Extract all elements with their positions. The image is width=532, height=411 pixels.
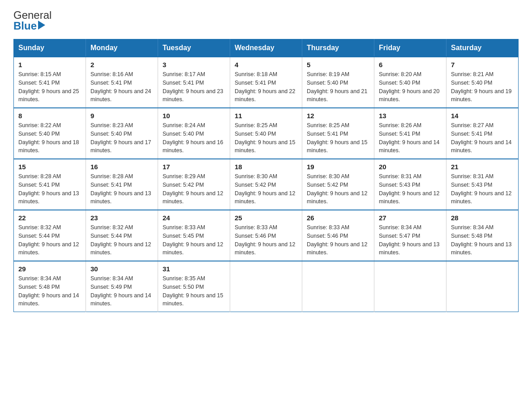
calendar-table: SundayMondayTuesdayWednesdayThursdayFrid… bbox=[13, 39, 519, 312]
day-info: Sunrise: 8:15 AM Sunset: 5:41 PM Dayligh… bbox=[18, 70, 81, 104]
day-number: 24 bbox=[163, 214, 225, 222]
calendar-cell: 12 Sunrise: 8:25 AM Sunset: 5:41 PM Dayl… bbox=[302, 108, 374, 159]
day-number: 26 bbox=[307, 214, 369, 222]
calendar-cell: 24 Sunrise: 8:33 AM Sunset: 5:45 PM Dayl… bbox=[158, 210, 230, 261]
day-number: 21 bbox=[451, 163, 514, 171]
day-number: 12 bbox=[307, 112, 369, 120]
day-info: Sunrise: 8:34 AM Sunset: 5:48 PM Dayligh… bbox=[451, 223, 514, 257]
day-info: Sunrise: 8:35 AM Sunset: 5:50 PM Dayligh… bbox=[163, 274, 225, 308]
day-info: Sunrise: 8:28 AM Sunset: 5:41 PM Dayligh… bbox=[18, 172, 81, 206]
day-number: 22 bbox=[18, 214, 81, 222]
day-number: 27 bbox=[379, 214, 442, 222]
day-number: 23 bbox=[90, 214, 153, 222]
week-row-2: 8 Sunrise: 8:22 AM Sunset: 5:40 PM Dayli… bbox=[14, 108, 519, 159]
day-info: Sunrise: 8:18 AM Sunset: 5:41 PM Dayligh… bbox=[235, 70, 297, 104]
day-info: Sunrise: 8:25 AM Sunset: 5:40 PM Dayligh… bbox=[235, 121, 297, 155]
day-number: 16 bbox=[90, 163, 153, 171]
week-row-4: 22 Sunrise: 8:32 AM Sunset: 5:44 PM Dayl… bbox=[14, 210, 519, 261]
calendar-cell: 29 Sunrise: 8:34 AM Sunset: 5:48 PM Dayl… bbox=[14, 261, 86, 312]
calendar-cell: 30 Sunrise: 8:34 AM Sunset: 5:49 PM Dayl… bbox=[86, 261, 158, 312]
day-number: 6 bbox=[379, 61, 442, 68]
calendar-cell: 2 Sunrise: 8:16 AM Sunset: 5:41 PM Dayli… bbox=[86, 57, 158, 108]
calendar-cell: 11 Sunrise: 8:25 AM Sunset: 5:40 PM Dayl… bbox=[230, 108, 302, 159]
calendar-cell: 19 Sunrise: 8:30 AM Sunset: 5:42 PM Dayl… bbox=[302, 159, 374, 210]
calendar-cell: 20 Sunrise: 8:31 AM Sunset: 5:43 PM Dayl… bbox=[374, 159, 446, 210]
day-info: Sunrise: 8:33 AM Sunset: 5:46 PM Dayligh… bbox=[307, 223, 369, 257]
day-number: 31 bbox=[163, 265, 225, 273]
day-info: Sunrise: 8:29 AM Sunset: 5:42 PM Dayligh… bbox=[163, 172, 225, 206]
day-number: 30 bbox=[90, 265, 153, 273]
day-info: Sunrise: 8:24 AM Sunset: 5:40 PM Dayligh… bbox=[163, 121, 225, 155]
day-info: Sunrise: 8:26 AM Sunset: 5:41 PM Dayligh… bbox=[379, 121, 442, 155]
day-info: Sunrise: 8:34 AM Sunset: 5:48 PM Dayligh… bbox=[18, 274, 81, 308]
calendar-cell: 25 Sunrise: 8:33 AM Sunset: 5:46 PM Dayl… bbox=[230, 210, 302, 261]
calendar-cell: 8 Sunrise: 8:22 AM Sunset: 5:40 PM Dayli… bbox=[14, 108, 86, 159]
weekday-header-row: SundayMondayTuesdayWednesdayThursdayFrid… bbox=[14, 39, 519, 57]
calendar-cell: 10 Sunrise: 8:24 AM Sunset: 5:40 PM Dayl… bbox=[158, 108, 230, 159]
day-number: 28 bbox=[451, 214, 514, 222]
calendar-cell bbox=[230, 261, 302, 312]
weekday-friday: Friday bbox=[374, 39, 446, 57]
day-info: Sunrise: 8:32 AM Sunset: 5:44 PM Dayligh… bbox=[18, 223, 81, 257]
logo-arrow-icon bbox=[38, 21, 45, 30]
day-number: 8 bbox=[18, 112, 81, 120]
calendar-cell: 18 Sunrise: 8:30 AM Sunset: 5:42 PM Dayl… bbox=[230, 159, 302, 210]
day-info: Sunrise: 8:31 AM Sunset: 5:43 PM Dayligh… bbox=[379, 172, 442, 206]
calendar-cell: 22 Sunrise: 8:32 AM Sunset: 5:44 PM Dayl… bbox=[14, 210, 86, 261]
day-number: 11 bbox=[235, 112, 297, 120]
day-info: Sunrise: 8:33 AM Sunset: 5:45 PM Dayligh… bbox=[163, 223, 225, 257]
calendar-cell: 26 Sunrise: 8:33 AM Sunset: 5:46 PM Dayl… bbox=[302, 210, 374, 261]
day-number: 4 bbox=[235, 61, 297, 68]
day-number: 13 bbox=[379, 112, 442, 120]
weekday-thursday: Thursday bbox=[302, 39, 374, 57]
day-number: 1 bbox=[18, 61, 81, 68]
day-info: Sunrise: 8:20 AM Sunset: 5:40 PM Dayligh… bbox=[379, 70, 442, 104]
page-header: General Blue bbox=[13, 9, 519, 32]
calendar-cell: 28 Sunrise: 8:34 AM Sunset: 5:48 PM Dayl… bbox=[446, 210, 519, 261]
day-number: 5 bbox=[307, 61, 369, 68]
week-row-1: 1 Sunrise: 8:15 AM Sunset: 5:41 PM Dayli… bbox=[14, 57, 519, 108]
calendar-cell: 31 Sunrise: 8:35 AM Sunset: 5:50 PM Dayl… bbox=[158, 261, 230, 312]
day-info: Sunrise: 8:30 AM Sunset: 5:42 PM Dayligh… bbox=[235, 172, 297, 206]
day-info: Sunrise: 8:34 AM Sunset: 5:47 PM Dayligh… bbox=[379, 223, 442, 257]
day-number: 29 bbox=[18, 265, 81, 273]
calendar-cell: 4 Sunrise: 8:18 AM Sunset: 5:41 PM Dayli… bbox=[230, 57, 302, 108]
day-info: Sunrise: 8:30 AM Sunset: 5:42 PM Dayligh… bbox=[307, 172, 369, 206]
day-info: Sunrise: 8:17 AM Sunset: 5:41 PM Dayligh… bbox=[163, 70, 225, 104]
calendar-cell: 7 Sunrise: 8:21 AM Sunset: 5:40 PM Dayli… bbox=[446, 57, 519, 108]
day-number: 2 bbox=[90, 61, 153, 68]
day-info: Sunrise: 8:22 AM Sunset: 5:40 PM Dayligh… bbox=[18, 121, 81, 155]
day-number: 25 bbox=[235, 214, 297, 222]
day-number: 15 bbox=[18, 163, 81, 171]
calendar-cell: 15 Sunrise: 8:28 AM Sunset: 5:41 PM Dayl… bbox=[14, 159, 86, 210]
calendar-cell: 6 Sunrise: 8:20 AM Sunset: 5:40 PM Dayli… bbox=[374, 57, 446, 108]
day-number: 9 bbox=[90, 112, 153, 120]
weekday-sunday: Sunday bbox=[14, 39, 86, 57]
calendar-cell: 5 Sunrise: 8:19 AM Sunset: 5:40 PM Dayli… bbox=[302, 57, 374, 108]
calendar-cell: 9 Sunrise: 8:23 AM Sunset: 5:40 PM Dayli… bbox=[86, 108, 158, 159]
day-number: 7 bbox=[451, 61, 514, 68]
calendar-cell: 14 Sunrise: 8:27 AM Sunset: 5:41 PM Dayl… bbox=[446, 108, 519, 159]
weekday-tuesday: Tuesday bbox=[158, 39, 230, 57]
calendar-cell bbox=[302, 261, 374, 312]
day-number: 17 bbox=[163, 163, 225, 171]
day-number: 20 bbox=[379, 163, 442, 171]
day-number: 14 bbox=[451, 112, 514, 120]
week-row-3: 15 Sunrise: 8:28 AM Sunset: 5:41 PM Dayl… bbox=[14, 159, 519, 210]
day-info: Sunrise: 8:23 AM Sunset: 5:40 PM Dayligh… bbox=[90, 121, 153, 155]
day-number: 18 bbox=[235, 163, 297, 171]
calendar-cell: 23 Sunrise: 8:32 AM Sunset: 5:44 PM Dayl… bbox=[86, 210, 158, 261]
day-info: Sunrise: 8:34 AM Sunset: 5:49 PM Dayligh… bbox=[90, 274, 153, 308]
day-info: Sunrise: 8:19 AM Sunset: 5:40 PM Dayligh… bbox=[307, 70, 369, 104]
calendar-cell: 27 Sunrise: 8:34 AM Sunset: 5:47 PM Dayl… bbox=[374, 210, 446, 261]
logo: General Blue bbox=[13, 9, 51, 32]
day-info: Sunrise: 8:32 AM Sunset: 5:44 PM Dayligh… bbox=[90, 223, 153, 257]
weekday-saturday: Saturday bbox=[446, 39, 519, 57]
day-info: Sunrise: 8:31 AM Sunset: 5:43 PM Dayligh… bbox=[451, 172, 514, 206]
day-number: 19 bbox=[307, 163, 369, 171]
week-row-5: 29 Sunrise: 8:34 AM Sunset: 5:48 PM Dayl… bbox=[14, 261, 519, 312]
day-number: 3 bbox=[163, 61, 225, 68]
calendar-cell: 16 Sunrise: 8:28 AM Sunset: 5:41 PM Dayl… bbox=[86, 159, 158, 210]
day-info: Sunrise: 8:28 AM Sunset: 5:41 PM Dayligh… bbox=[90, 172, 153, 206]
calendar-cell: 3 Sunrise: 8:17 AM Sunset: 5:41 PM Dayli… bbox=[158, 57, 230, 108]
